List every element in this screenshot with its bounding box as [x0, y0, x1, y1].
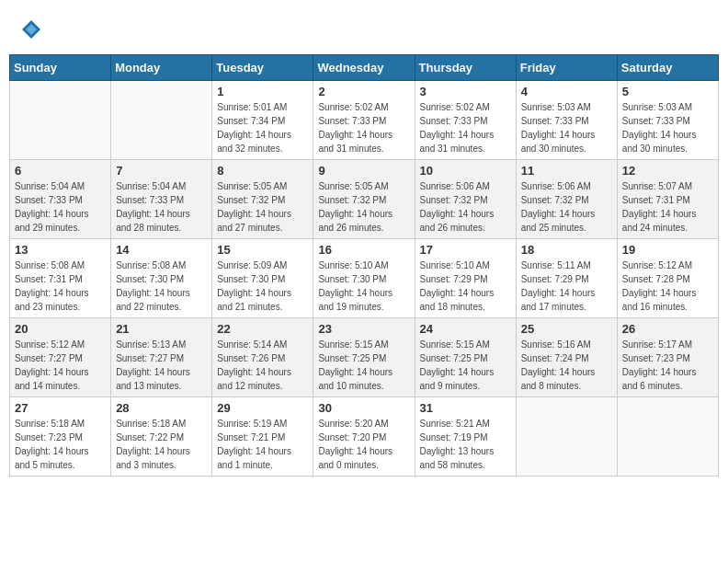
calendar-day-cell: 22Sunrise: 5:14 AMSunset: 7:26 PMDayligh…: [212, 318, 313, 397]
day-info: Sunrise: 5:21 AMSunset: 7:19 PMDaylight:…: [420, 417, 511, 472]
day-info: Sunrise: 5:12 AMSunset: 7:27 PMDaylight:…: [15, 338, 106, 393]
calendar-day-cell: [516, 397, 617, 477]
day-info: Sunrise: 5:05 AMSunset: 7:32 PMDaylight:…: [318, 179, 409, 235]
day-number: 10: [420, 164, 511, 178]
calendar-day-cell: 9Sunrise: 5:05 AMSunset: 7:32 PMDaylight…: [313, 160, 415, 239]
calendar-day-cell: 28Sunrise: 5:18 AMSunset: 7:22 PMDayligh…: [111, 397, 212, 477]
day-info: Sunrise: 5:03 AMSunset: 7:33 PMDaylight:…: [622, 100, 713, 155]
day-info: Sunrise: 5:13 AMSunset: 7:27 PMDaylight:…: [116, 338, 207, 393]
day-number: 1: [217, 85, 308, 98]
day-number: 31: [420, 401, 511, 415]
calendar-week-row: 20Sunrise: 5:12 AMSunset: 7:27 PMDayligh…: [10, 318, 719, 397]
calendar-day-cell: 26Sunrise: 5:17 AMSunset: 7:23 PMDayligh…: [617, 318, 718, 397]
calendar-day-cell: 21Sunrise: 5:13 AMSunset: 7:27 PMDayligh…: [111, 318, 212, 397]
day-info: Sunrise: 5:01 AMSunset: 7:34 PMDaylight:…: [217, 100, 308, 155]
calendar-day-cell: 17Sunrise: 5:10 AMSunset: 7:29 PMDayligh…: [415, 239, 516, 318]
calendar-table: SundayMondayTuesdayWednesdayThursdayFrid…: [9, 54, 719, 477]
calendar-day-cell: 4Sunrise: 5:03 AMSunset: 7:33 PMDaylight…: [516, 81, 617, 160]
day-number: 11: [521, 164, 612, 178]
calendar-day-cell: 8Sunrise: 5:05 AMSunset: 7:32 PMDaylight…: [212, 160, 313, 239]
weekday-header-sunday: Sunday: [10, 55, 111, 81]
calendar-day-cell: 11Sunrise: 5:06 AMSunset: 7:32 PMDayligh…: [516, 160, 617, 239]
day-info: Sunrise: 5:08 AMSunset: 7:30 PMDaylight:…: [116, 259, 207, 314]
calendar-day-cell: 30Sunrise: 5:20 AMSunset: 7:20 PMDayligh…: [313, 397, 415, 477]
day-number: 8: [217, 164, 308, 178]
day-number: 2: [318, 85, 409, 98]
calendar-day-cell: 7Sunrise: 5:04 AMSunset: 7:33 PMDaylight…: [111, 160, 212, 239]
calendar-day-cell: 29Sunrise: 5:19 AMSunset: 7:21 PMDayligh…: [212, 397, 313, 477]
day-info: Sunrise: 5:07 AMSunset: 7:31 PMDaylight:…: [622, 179, 713, 235]
day-number: 18: [521, 243, 612, 257]
day-info: Sunrise: 5:11 AMSunset: 7:29 PMDaylight:…: [521, 259, 612, 314]
calendar-day-cell: 16Sunrise: 5:10 AMSunset: 7:30 PMDayligh…: [313, 239, 415, 318]
day-number: 29: [217, 401, 308, 415]
day-info: Sunrise: 5:02 AMSunset: 7:33 PMDaylight:…: [420, 100, 511, 155]
day-number: 15: [217, 243, 308, 257]
calendar-day-cell: [111, 81, 212, 160]
day-info: Sunrise: 5:12 AMSunset: 7:28 PMDaylight:…: [622, 259, 713, 314]
calendar-day-cell: [10, 81, 111, 160]
day-info: Sunrise: 5:06 AMSunset: 7:32 PMDaylight:…: [420, 179, 511, 235]
calendar-day-cell: 23Sunrise: 5:15 AMSunset: 7:25 PMDayligh…: [313, 318, 415, 397]
calendar-day-cell: 27Sunrise: 5:18 AMSunset: 7:23 PMDayligh…: [10, 397, 111, 477]
day-info: Sunrise: 5:08 AMSunset: 7:31 PMDaylight:…: [15, 259, 106, 314]
weekday-header-saturday: Saturday: [617, 55, 718, 81]
day-number: 13: [15, 243, 106, 257]
day-info: Sunrise: 5:16 AMSunset: 7:24 PMDaylight:…: [521, 338, 612, 393]
day-number: 21: [116, 322, 207, 336]
day-number: 30: [318, 401, 409, 415]
day-number: 20: [15, 322, 106, 336]
logo-icon: [20, 18, 42, 40]
day-number: 23: [318, 322, 409, 336]
day-number: 17: [420, 243, 511, 257]
calendar-day-cell: 19Sunrise: 5:12 AMSunset: 7:28 PMDayligh…: [617, 239, 718, 318]
day-number: 19: [622, 243, 713, 257]
calendar-week-row: 6Sunrise: 5:04 AMSunset: 7:33 PMDaylight…: [10, 160, 719, 239]
calendar-week-row: 27Sunrise: 5:18 AMSunset: 7:23 PMDayligh…: [10, 397, 719, 477]
day-info: Sunrise: 5:04 AMSunset: 7:33 PMDaylight:…: [116, 179, 207, 235]
calendar-day-cell: 10Sunrise: 5:06 AMSunset: 7:32 PMDayligh…: [415, 160, 516, 239]
calendar-day-cell: 24Sunrise: 5:15 AMSunset: 7:25 PMDayligh…: [415, 318, 516, 397]
calendar-day-cell: 20Sunrise: 5:12 AMSunset: 7:27 PMDayligh…: [10, 318, 111, 397]
logo: [18, 18, 42, 45]
calendar-day-cell: 15Sunrise: 5:09 AMSunset: 7:30 PMDayligh…: [212, 239, 313, 318]
day-number: 26: [622, 322, 713, 336]
calendar-day-cell: 2Sunrise: 5:02 AMSunset: 7:33 PMDaylight…: [313, 81, 415, 160]
day-number: 5: [622, 85, 713, 98]
day-info: Sunrise: 5:09 AMSunset: 7:30 PMDaylight:…: [217, 259, 308, 314]
calendar-day-cell: 3Sunrise: 5:02 AMSunset: 7:33 PMDaylight…: [415, 81, 516, 160]
weekday-header-thursday: Thursday: [415, 55, 516, 81]
logo-text: [18, 18, 42, 45]
day-info: Sunrise: 5:18 AMSunset: 7:23 PMDaylight:…: [15, 417, 106, 472]
day-number: 9: [318, 164, 409, 178]
calendar-day-cell: 25Sunrise: 5:16 AMSunset: 7:24 PMDayligh…: [516, 318, 617, 397]
day-number: 28: [116, 401, 207, 415]
weekday-header-tuesday: Tuesday: [212, 55, 313, 81]
day-number: 24: [420, 322, 511, 336]
day-number: 4: [521, 85, 612, 98]
weekday-header-wednesday: Wednesday: [313, 55, 415, 81]
calendar-week-row: 1Sunrise: 5:01 AMSunset: 7:34 PMDaylight…: [10, 81, 719, 160]
weekday-header-row: SundayMondayTuesdayWednesdayThursdayFrid…: [10, 55, 719, 81]
calendar-day-cell: 1Sunrise: 5:01 AMSunset: 7:34 PMDaylight…: [212, 81, 313, 160]
calendar-week-row: 13Sunrise: 5:08 AMSunset: 7:31 PMDayligh…: [10, 239, 719, 318]
day-info: Sunrise: 5:18 AMSunset: 7:22 PMDaylight:…: [116, 417, 207, 472]
day-number: 22: [217, 322, 308, 336]
day-info: Sunrise: 5:02 AMSunset: 7:33 PMDaylight:…: [318, 100, 409, 155]
day-number: 7: [116, 164, 207, 178]
calendar-day-cell: 18Sunrise: 5:11 AMSunset: 7:29 PMDayligh…: [516, 239, 617, 318]
day-number: 27: [15, 401, 106, 415]
day-info: Sunrise: 5:10 AMSunset: 7:29 PMDaylight:…: [420, 259, 511, 314]
day-number: 6: [15, 164, 106, 178]
day-number: 14: [116, 243, 207, 257]
calendar-day-cell: 6Sunrise: 5:04 AMSunset: 7:33 PMDaylight…: [10, 160, 111, 239]
calendar-day-cell: 13Sunrise: 5:08 AMSunset: 7:31 PMDayligh…: [10, 239, 111, 318]
day-info: Sunrise: 5:19 AMSunset: 7:21 PMDaylight:…: [217, 417, 308, 472]
day-info: Sunrise: 5:17 AMSunset: 7:23 PMDaylight:…: [622, 338, 713, 393]
weekday-header-monday: Monday: [111, 55, 212, 81]
page-header: [9, 9, 719, 50]
day-info: Sunrise: 5:15 AMSunset: 7:25 PMDaylight:…: [318, 338, 409, 393]
calendar-day-cell: 31Sunrise: 5:21 AMSunset: 7:19 PMDayligh…: [415, 397, 516, 477]
day-info: Sunrise: 5:14 AMSunset: 7:26 PMDaylight:…: [217, 338, 308, 393]
day-info: Sunrise: 5:15 AMSunset: 7:25 PMDaylight:…: [420, 338, 511, 393]
